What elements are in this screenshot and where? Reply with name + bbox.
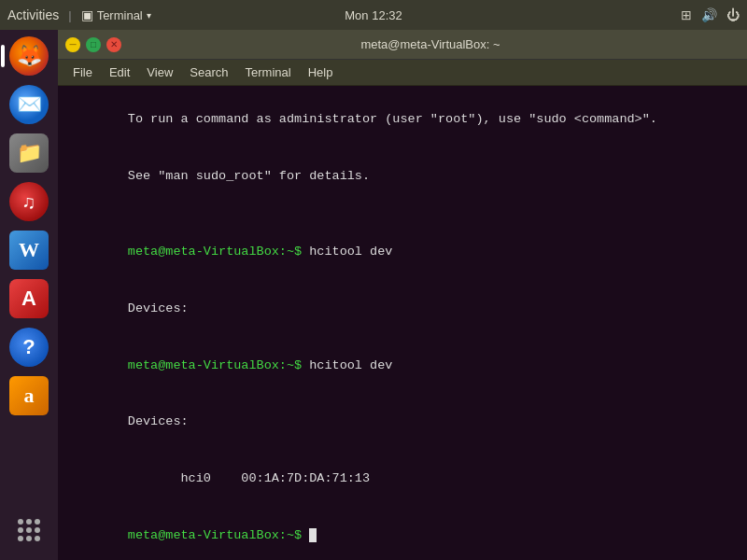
term-line-2: See "man sudo_root" for details. [67,148,738,205]
term-line-1: To run a command as administrator (user … [67,91,738,148]
dock-item-help[interactable]: ? [7,325,51,370]
window-titlebar: ─ □ ✕ meta@meta-VirtualBox: ~ [58,30,747,60]
power-icon[interactable]: ⏻ [726,7,740,22]
maximize-button[interactable]: □ [86,37,101,52]
dock-item-writer[interactable]: W [7,228,51,273]
svg-point-6 [18,536,23,541]
window-controls: ─ □ ✕ [65,37,121,52]
menu-bar: File Edit View Search Terminal Help [58,60,747,86]
svg-point-8 [35,536,40,541]
dock-item-software[interactable]: A [7,276,51,321]
menu-search[interactable]: Search [182,63,235,81]
dock-item-appgrid[interactable] [7,508,51,553]
term-line-8: hci0 00:1A:7D:DA:71:13 [67,451,738,508]
activities-button[interactable]: Activities [7,7,59,22]
dock: 🦊 ✉️ 📁 ♫ W A ? a [0,30,58,560]
svg-point-5 [35,527,40,533]
dock-item-amazon[interactable]: a [7,373,51,418]
svg-point-7 [26,536,32,541]
term-line-5: Devices: [67,281,738,338]
svg-point-1 [26,519,32,525]
terminal-tab[interactable]: ▣ Terminal ▾ [81,7,151,22]
menu-help[interactable]: Help [301,63,341,81]
terminal-cursor [309,528,317,542]
menu-file[interactable]: File [65,63,100,81]
svg-point-4 [26,527,32,533]
dock-item-thunderbird[interactable]: ✉️ [7,82,51,127]
sound-icon[interactable]: 🔊 [701,7,717,22]
menu-edit[interactable]: Edit [102,63,137,81]
topbar: Activities | ▣ Terminal ▾ Mon 12:32 ⊞ 🔊 … [0,0,747,30]
dock-item-firefox[interactable]: 🦊 [7,34,51,78]
term-line-9: meta@meta-VirtualBox:~$ [67,508,738,561]
topbar-right: ⊞ 🔊 ⏻ [681,7,740,22]
dock-item-files[interactable]: 📁 [7,131,51,175]
topbar-left: Activities | ▣ Terminal ▾ [7,7,151,22]
network-icon[interactable]: ⊞ [681,7,692,22]
window-title: meta@meta-VirtualBox: ~ [121,37,740,51]
terminal-tab-dropdown[interactable]: ▾ [147,10,151,21]
main-area: 🦊 ✉️ 📁 ♫ W A ? a [0,30,747,560]
close-button[interactable]: ✕ [106,37,121,52]
topbar-center: Mon 12:32 [345,8,402,22]
svg-point-3 [18,527,23,533]
svg-point-0 [18,519,23,525]
term-line-3 [67,205,738,224]
term-line-6: meta@meta-VirtualBox:~$ hcitool dev [67,337,738,394]
datetime-label: Mon 12:32 [345,8,402,22]
minimize-button[interactable]: ─ [65,37,80,52]
terminal-window: ─ □ ✕ meta@meta-VirtualBox: ~ File Edit … [58,30,747,560]
term-line-7: Devices: [67,394,738,451]
svg-point-2 [35,519,40,525]
terminal-tab-icon: ▣ [81,7,93,22]
term-line-4: meta@meta-VirtualBox:~$ hcitool dev [67,224,738,281]
dock-item-rhythmbox[interactable]: ♫ [7,179,51,224]
menu-terminal[interactable]: Terminal [238,63,299,81]
terminal-body[interactable]: To run a command as administrator (user … [58,86,747,560]
menu-view[interactable]: View [139,63,180,81]
terminal-tab-label: Terminal [97,8,143,22]
